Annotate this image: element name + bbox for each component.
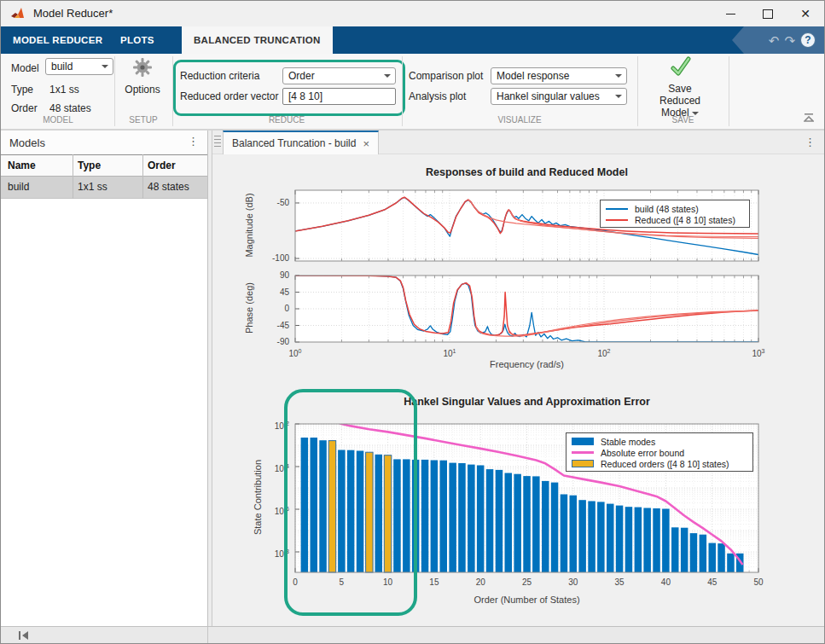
reduction-criteria-label: Reduction criteria — [180, 70, 259, 82]
plot-area: Responses of build and Reduced Model Mag… — [212, 154, 824, 626]
reduce-section-caption: REDUCE — [172, 115, 401, 125]
close-button[interactable]: ✕ — [787, 1, 824, 26]
reduced-order-vector-input[interactable]: [4 8 10] — [282, 88, 396, 105]
title-bar: Model Reducer* ✕ — [1, 1, 824, 26]
legend-line-swatch — [572, 451, 594, 454]
chevron-down-icon — [102, 65, 108, 68]
table-row[interactable]: build 1x1 ss 48 states — [1, 177, 207, 199]
redo-icon[interactable]: ↷ — [784, 34, 795, 47]
matlab-logo-icon — [11, 7, 26, 20]
column-name: Name — [8, 160, 36, 171]
help-icon[interactable]: ? — [800, 32, 816, 48]
reduced-order-vector-label: Reduced order vector — [180, 90, 278, 102]
tab-model-reducer[interactable]: MODEL REDUCER — [1, 26, 114, 54]
document-area: Balanced Truncation - build × ⋮ Response… — [212, 131, 824, 626]
undo-icon[interactable]: ↶ — [769, 34, 780, 47]
save-section-caption: SAVE — [637, 115, 729, 125]
models-table-header: Name Type Order — [1, 154, 207, 177]
panel-menu-icon[interactable]: ⋮ — [188, 136, 199, 147]
window-title: Model Reducer* — [33, 7, 113, 20]
type-label: Type — [11, 84, 33, 96]
model-dropdown[interactable]: build — [45, 58, 113, 75]
quick-access-bar: ↶ ↷ ? — [732, 26, 824, 54]
model-label: Model — [11, 62, 39, 74]
ribbon-tabstrip: MODEL REDUCER PLOTS BALANCED TRUNCATION — [1, 26, 824, 54]
legend-bar-swatch — [572, 438, 594, 445]
analysis-plot-label: Analysis plot — [409, 90, 466, 102]
chevron-down-icon — [384, 74, 391, 78]
document-tabbar: Balanced Truncation - build × ⋮ — [212, 131, 824, 154]
collapse-toolstrip-button[interactable] — [804, 113, 814, 122]
order-label: Order — [11, 102, 38, 114]
column-order: Order — [148, 160, 176, 171]
chevron-down-icon — [615, 95, 622, 98]
tab-plots[interactable]: PLOTS — [108, 26, 166, 54]
collapse-panel-icon[interactable] — [18, 630, 30, 641]
model-section-caption: MODEL — [11, 115, 105, 125]
legend-line-swatch — [606, 219, 628, 221]
tabbar-grip-icon[interactable] — [214, 136, 221, 149]
bode-legend: build (48 states) Reduced ([4 8 10] stat… — [600, 200, 750, 228]
order-value: 48 states — [49, 102, 91, 114]
visualize-section-caption: VISUALIZE — [402, 115, 637, 125]
column-divider — [73, 154, 73, 199]
models-panel: Models ⋮ Name Type Order build 1x1 ss 48… — [1, 131, 207, 626]
legend-line-swatch — [606, 208, 628, 210]
tab-close-icon[interactable]: × — [363, 137, 369, 150]
chevron-down-icon — [615, 74, 622, 78]
tab-balanced-truncation[interactable]: BALANCED TRUNCATION — [182, 26, 333, 54]
comparison-plot-dropdown[interactable]: Model response — [491, 67, 627, 84]
options-button[interactable]: Options — [123, 55, 162, 96]
setup-section-caption: SETUP — [114, 115, 172, 125]
column-type: Type — [78, 160, 101, 171]
app-window: Model Reducer* ✕ MODEL REDUCER PLOTS BAL… — [0, 0, 825, 644]
comparison-plot-label: Comparison plot — [409, 70, 483, 82]
analysis-plot-dropdown[interactable]: Hankel singular values — [491, 88, 627, 105]
maximize-button[interactable] — [749, 1, 787, 26]
section-divider — [729, 56, 729, 126]
gear-icon — [132, 57, 153, 78]
legend-bar-swatch — [572, 460, 594, 467]
options-label: Options — [123, 84, 162, 96]
document-tab[interactable]: Balanced Truncation - build × — [223, 131, 379, 154]
hsv-legend: Stable modes Absolute error bound Reduce… — [566, 432, 753, 472]
statusbar-divider — [207, 627, 208, 643]
column-divider — [142, 154, 143, 199]
models-panel-header: Models ⋮ — [1, 131, 207, 155]
minimize-button[interactable] — [712, 1, 749, 26]
check-icon — [669, 55, 691, 78]
models-panel-title: Models — [9, 136, 45, 149]
save-reduced-model-button[interactable]: Save Reduced Model — [648, 55, 712, 115]
toolstrip: Model build Type 1x1 ss Order 48 states … — [1, 54, 824, 131]
type-value: 1x1 ss — [49, 84, 79, 96]
reduction-criteria-dropdown[interactable]: Order — [282, 67, 396, 84]
status-bar — [1, 626, 824, 643]
document-menu-icon[interactable]: ⋮ — [805, 136, 816, 148]
